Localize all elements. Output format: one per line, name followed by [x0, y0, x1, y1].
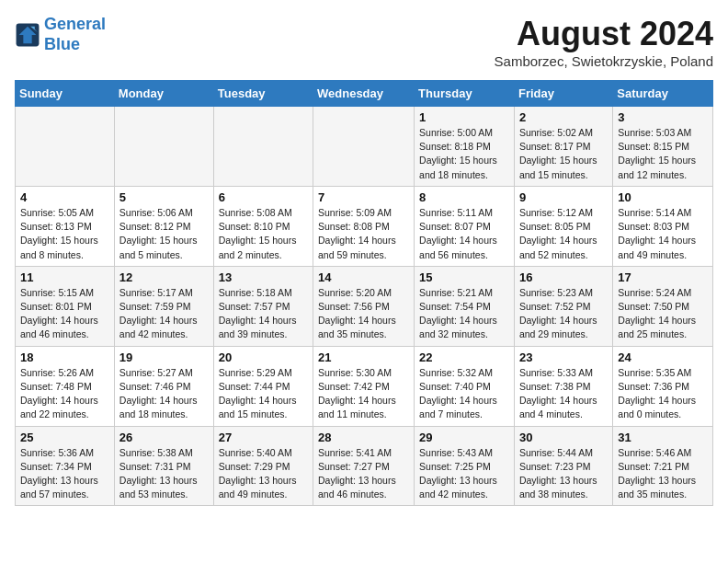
- day-info: Sunrise: 5:35 AMSunset: 7:36 PMDaylight:…: [618, 366, 708, 422]
- day-number: 22: [419, 350, 509, 364]
- day-info: Sunrise: 5:08 AMSunset: 8:10 PMDaylight:…: [219, 206, 308, 262]
- day-number: 4: [20, 190, 109, 204]
- logo-text: General Blue: [44, 15, 106, 54]
- day-info: Sunrise: 5:24 AMSunset: 7:50 PMDaylight:…: [618, 286, 708, 342]
- day-info: Sunrise: 5:30 AMSunset: 7:42 PMDaylight:…: [318, 366, 409, 422]
- day-info: Sunrise: 5:23 AMSunset: 7:52 PMDaylight:…: [519, 286, 608, 342]
- header-day-monday: Monday: [114, 81, 213, 107]
- day-info: Sunrise: 5:05 AMSunset: 8:13 PMDaylight:…: [20, 206, 109, 262]
- day-number: 30: [519, 431, 608, 444]
- week-row-2: 4Sunrise: 5:05 AMSunset: 8:13 PMDaylight…: [16, 186, 713, 266]
- calendar-cell: 30Sunrise: 5:44 AMSunset: 7:23 PMDayligh…: [514, 426, 612, 506]
- calendar-cell: 12Sunrise: 5:17 AMSunset: 7:59 PMDayligh…: [114, 266, 213, 346]
- calendar-cell: 13Sunrise: 5:18 AMSunset: 7:57 PMDayligh…: [213, 266, 313, 346]
- week-row-1: 1Sunrise: 5:00 AMSunset: 8:18 PMDaylight…: [16, 107, 713, 187]
- calendar-cell: 10Sunrise: 5:14 AMSunset: 8:03 PMDayligh…: [613, 186, 713, 266]
- calendar-header: SundayMondayTuesdayWednesdayThursdayFrid…: [16, 81, 713, 107]
- week-row-5: 25Sunrise: 5:36 AMSunset: 7:34 PMDayligh…: [16, 426, 713, 506]
- day-number: 9: [519, 190, 608, 204]
- day-number: 13: [219, 270, 308, 284]
- calendar-cell: [313, 107, 415, 187]
- header-day-thursday: Thursday: [415, 81, 515, 107]
- day-number: 17: [618, 270, 708, 284]
- day-number: 25: [20, 431, 109, 444]
- calendar-cell: 28Sunrise: 5:41 AMSunset: 7:27 PMDayligh…: [313, 426, 415, 506]
- calendar-cell: 7Sunrise: 5:09 AMSunset: 8:08 PMDaylight…: [313, 186, 415, 266]
- day-info: Sunrise: 5:11 AMSunset: 8:07 PMDaylight:…: [419, 206, 509, 262]
- day-number: 10: [618, 190, 708, 204]
- day-info: Sunrise: 5:46 AMSunset: 7:21 PMDaylight:…: [618, 446, 708, 502]
- location: Samborzec, Swietokrzyskie, Poland: [495, 53, 713, 69]
- calendar-cell: 3Sunrise: 5:03 AMSunset: 8:15 PMDaylight…: [613, 107, 713, 187]
- calendar-cell: 20Sunrise: 5:29 AMSunset: 7:44 PMDayligh…: [213, 346, 313, 426]
- week-row-3: 11Sunrise: 5:15 AMSunset: 8:01 PMDayligh…: [16, 266, 713, 346]
- calendar-cell: [16, 107, 115, 187]
- calendar-cell: 9Sunrise: 5:12 AMSunset: 8:05 PMDaylight…: [514, 186, 612, 266]
- logo-icon: [15, 22, 40, 48]
- day-number: 29: [419, 431, 509, 444]
- calendar-cell: 21Sunrise: 5:30 AMSunset: 7:42 PMDayligh…: [313, 346, 415, 426]
- day-info: Sunrise: 5:06 AMSunset: 8:12 PMDaylight:…: [119, 206, 209, 262]
- calendar-table: SundayMondayTuesdayWednesdayThursdayFrid…: [15, 80, 713, 506]
- day-info: Sunrise: 5:33 AMSunset: 7:38 PMDaylight:…: [519, 366, 608, 422]
- day-number: 15: [419, 270, 509, 284]
- day-info: Sunrise: 5:15 AMSunset: 8:01 PMDaylight:…: [20, 286, 109, 342]
- calendar-body: 1Sunrise: 5:00 AMSunset: 8:18 PMDaylight…: [16, 107, 713, 506]
- day-number: 20: [219, 350, 308, 364]
- week-row-4: 18Sunrise: 5:26 AMSunset: 7:48 PMDayligh…: [16, 346, 713, 426]
- day-info: Sunrise: 5:44 AMSunset: 7:23 PMDaylight:…: [519, 446, 608, 502]
- day-number: 23: [519, 350, 608, 364]
- day-info: Sunrise: 5:14 AMSunset: 8:03 PMDaylight:…: [618, 206, 708, 262]
- calendar-cell: [213, 107, 313, 187]
- day-number: 18: [20, 350, 109, 364]
- day-number: 14: [318, 270, 409, 284]
- calendar-cell: 29Sunrise: 5:43 AMSunset: 7:25 PMDayligh…: [415, 426, 515, 506]
- day-number: 28: [318, 431, 409, 444]
- calendar-cell: 22Sunrise: 5:32 AMSunset: 7:40 PMDayligh…: [415, 346, 515, 426]
- day-number: 1: [419, 110, 509, 124]
- calendar-cell: 11Sunrise: 5:15 AMSunset: 8:01 PMDayligh…: [16, 266, 115, 346]
- day-info: Sunrise: 5:26 AMSunset: 7:48 PMDaylight:…: [20, 366, 109, 422]
- calendar-cell: 1Sunrise: 5:00 AMSunset: 8:18 PMDaylight…: [415, 107, 515, 187]
- day-number: 2: [519, 110, 608, 124]
- calendar-cell: 31Sunrise: 5:46 AMSunset: 7:21 PMDayligh…: [613, 426, 713, 506]
- calendar-cell: 8Sunrise: 5:11 AMSunset: 8:07 PMDaylight…: [415, 186, 515, 266]
- day-info: Sunrise: 5:03 AMSunset: 8:15 PMDaylight:…: [618, 126, 708, 182]
- day-number: 5: [119, 190, 209, 204]
- calendar-cell: 18Sunrise: 5:26 AMSunset: 7:48 PMDayligh…: [16, 346, 115, 426]
- logo: General Blue: [15, 15, 106, 54]
- day-info: Sunrise: 5:02 AMSunset: 8:17 PMDaylight:…: [519, 126, 608, 182]
- title-block: August 2024 Samborzec, Swietokrzyskie, P…: [495, 15, 713, 69]
- calendar-cell: 25Sunrise: 5:36 AMSunset: 7:34 PMDayligh…: [16, 426, 115, 506]
- day-info: Sunrise: 5:41 AMSunset: 7:27 PMDaylight:…: [318, 446, 409, 502]
- day-number: 21: [318, 350, 409, 364]
- calendar-cell: 27Sunrise: 5:40 AMSunset: 7:29 PMDayligh…: [213, 426, 313, 506]
- day-info: Sunrise: 5:38 AMSunset: 7:31 PMDaylight:…: [119, 446, 209, 502]
- header-day-sunday: Sunday: [16, 81, 115, 107]
- day-number: 11: [20, 270, 109, 284]
- calendar-cell: 16Sunrise: 5:23 AMSunset: 7:52 PMDayligh…: [514, 266, 612, 346]
- month-year: August 2024: [495, 15, 713, 53]
- day-info: Sunrise: 5:18 AMSunset: 7:57 PMDaylight:…: [219, 286, 308, 342]
- calendar-cell: 4Sunrise: 5:05 AMSunset: 8:13 PMDaylight…: [16, 186, 115, 266]
- calendar-cell: 24Sunrise: 5:35 AMSunset: 7:36 PMDayligh…: [613, 346, 713, 426]
- day-number: 8: [419, 190, 509, 204]
- calendar-cell: 26Sunrise: 5:38 AMSunset: 7:31 PMDayligh…: [114, 426, 213, 506]
- calendar-cell: 14Sunrise: 5:20 AMSunset: 7:56 PMDayligh…: [313, 266, 415, 346]
- day-number: 31: [618, 431, 708, 444]
- calendar-cell: 19Sunrise: 5:27 AMSunset: 7:46 PMDayligh…: [114, 346, 213, 426]
- calendar-cell: 17Sunrise: 5:24 AMSunset: 7:50 PMDayligh…: [613, 266, 713, 346]
- day-number: 24: [618, 350, 708, 364]
- calendar-cell: [114, 107, 213, 187]
- day-info: Sunrise: 5:21 AMSunset: 7:54 PMDaylight:…: [419, 286, 509, 342]
- day-number: 19: [119, 350, 209, 364]
- day-info: Sunrise: 5:27 AMSunset: 7:46 PMDaylight:…: [119, 366, 209, 422]
- calendar-cell: 23Sunrise: 5:33 AMSunset: 7:38 PMDayligh…: [514, 346, 612, 426]
- header-row: SundayMondayTuesdayWednesdayThursdayFrid…: [16, 81, 713, 107]
- day-number: 12: [119, 270, 209, 284]
- page-header: General Blue August 2024 Samborzec, Swie…: [15, 15, 713, 69]
- day-info: Sunrise: 5:32 AMSunset: 7:40 PMDaylight:…: [419, 366, 509, 422]
- calendar-cell: 6Sunrise: 5:08 AMSunset: 8:10 PMDaylight…: [213, 186, 313, 266]
- header-day-friday: Friday: [514, 81, 612, 107]
- header-day-tuesday: Tuesday: [213, 81, 313, 107]
